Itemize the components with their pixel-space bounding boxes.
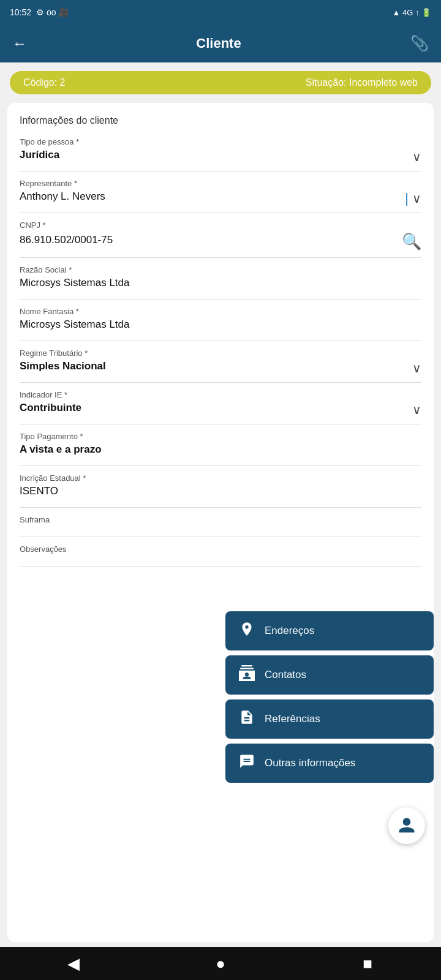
value-razao-social: Microsys Sistemas Ltda (20, 277, 421, 293)
label-representante: Representante * (20, 179, 421, 188)
field-inscricao-estadual: Incrição Estadual * ISENTO (20, 473, 421, 508)
field-representante: Representante * Anthony L. Nevers | ∨ (20, 179, 421, 213)
codigo-label: Código: 2 (23, 77, 66, 88)
label-tipo-pessoa: Tipo de pessoa * (20, 137, 421, 146)
contatos-icon (238, 665, 256, 685)
value-tipo-pessoa: Jurídica (20, 149, 59, 165)
field-tipo-pessoa: Tipo de pessoa * Jurídica ∨ (20, 137, 421, 172)
enderecos-icon (238, 621, 256, 641)
chevron-down-icon-ie[interactable]: ∨ (412, 402, 421, 417)
value-indicador-ie: Contribuinte (20, 402, 81, 418)
field-nome-fantasia: Nome Fantasia * Microsys Sistemas Ltda (20, 307, 421, 341)
fab-enderecos-label: Endereços (265, 625, 314, 637)
value-tipo-pagamento: A vista e a prazo (20, 443, 421, 459)
outras-icon (238, 753, 256, 773)
label-observacoes: Observações (20, 545, 421, 554)
label-tipo-pagamento: Tipo Pagamento * (20, 432, 421, 441)
top-bar: ← Cliente 📎 (0, 24, 441, 62)
situacao-label: Situação: Incompleto web (306, 77, 418, 88)
value-suframa (20, 527, 421, 530)
value-observacoes (20, 556, 421, 560)
label-inscricao-estadual: Incrição Estadual * (20, 473, 421, 483)
field-observacoes: Observações (20, 545, 421, 567)
time-display: 10:52 (10, 7, 31, 17)
fab-enderecos-button[interactable]: Endereços (225, 611, 434, 650)
status-bar-left: 10:52 ⚙ oo 🎥 (10, 7, 69, 17)
chevron-down-icon-rep[interactable]: ∨ (412, 191, 421, 206)
fab-outras-button[interactable]: Outras informações (225, 744, 434, 783)
fab-referencias-button[interactable]: Referências (225, 699, 434, 739)
back-button[interactable]: ← (12, 35, 27, 52)
value-nome-fantasia: Microsys Sistemas Ltda (20, 318, 421, 334)
main-card: Informações do cliente Tipo de pessoa * … (7, 103, 434, 942)
page-title: Cliente (196, 36, 241, 51)
value-inscricao-estadual: ISENTO (20, 485, 421, 501)
nav-square-button[interactable]: ■ (351, 947, 384, 980)
card-title: Informações do cliente (20, 115, 421, 126)
chevron-down-icon[interactable]: ∨ (412, 149, 421, 164)
field-cnpj: CNPJ * 86.910.502/0001-75 🔍 (20, 221, 421, 258)
field-suframa: Suframa (20, 515, 421, 537)
cnpj-search-icon[interactable]: 🔍 (402, 232, 421, 251)
chevron-down-icon-regime[interactable]: ∨ (412, 361, 421, 375)
label-suframa: Suframa (20, 515, 421, 524)
status-badge: Código: 2 Situação: Incompleto web (10, 71, 431, 94)
pipe-separator: | (405, 190, 409, 206)
attach-icon[interactable]: 📎 (410, 35, 429, 52)
value-cnpj: 86.910.502/0001-75 (20, 234, 113, 250)
label-cnpj: CNPJ * (20, 221, 421, 230)
fab-outras-label: Outras informações (265, 757, 355, 769)
value-representante: Anthony L. Nevers (20, 190, 105, 206)
label-razao-social: Razão Social * (20, 265, 421, 274)
label-regime-tributario: Regime Tributário * (20, 349, 421, 358)
signal-icons: ▲ 4G ↑ 🔋 (392, 8, 431, 17)
field-regime-tributario: Regime Tributário * Simples Nacional ∨ (20, 349, 421, 383)
label-nome-fantasia: Nome Fantasia * (20, 307, 421, 316)
status-bar-right: ▲ 4G ↑ 🔋 (392, 8, 431, 17)
person-fab-button[interactable] (388, 807, 425, 844)
label-indicador-ie: Indicador IE * (20, 390, 421, 399)
fab-contatos-button[interactable]: Contatos (225, 655, 434, 695)
fab-contatos-label: Contatos (265, 669, 306, 681)
field-indicador-ie: Indicador IE * Contribuinte ∨ (20, 390, 421, 424)
nav-back-button[interactable]: ◀ (57, 947, 90, 980)
bottom-nav: ◀ ● ■ (0, 947, 441, 980)
status-bar: 10:52 ⚙ oo 🎥 ▲ 4G ↑ 🔋 (0, 0, 441, 24)
referencias-icon (238, 709, 256, 729)
fab-overlay: Endereços Contatos Referências Outras in… (225, 611, 434, 783)
field-razao-social: Razão Social * Microsys Sistemas Ltda (20, 265, 421, 300)
system-icons: ⚙ oo 🎥 (36, 7, 69, 17)
field-tipo-pagamento: Tipo Pagamento * A vista e a prazo (20, 432, 421, 466)
fab-referencias-label: Referências (265, 713, 320, 725)
value-regime-tributario: Simples Nacional (20, 360, 106, 376)
nav-home-button[interactable]: ● (204, 947, 237, 980)
